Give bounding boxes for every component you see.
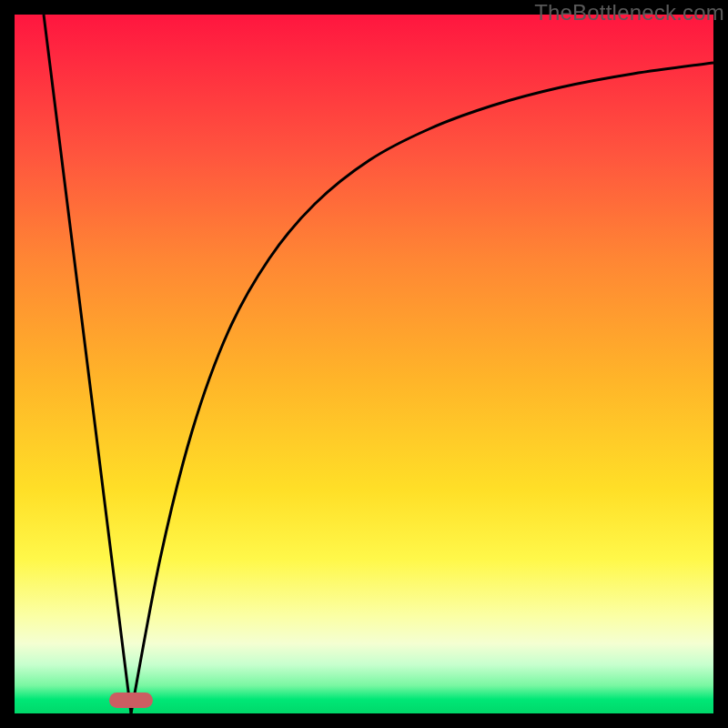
bottleneck-marker (109, 693, 153, 708)
chart-curves (15, 15, 713, 713)
plot-area (15, 15, 713, 713)
curve-right (131, 63, 713, 713)
curve-left (44, 15, 131, 713)
watermark-text: TheBottleneck.com (534, 0, 724, 25)
